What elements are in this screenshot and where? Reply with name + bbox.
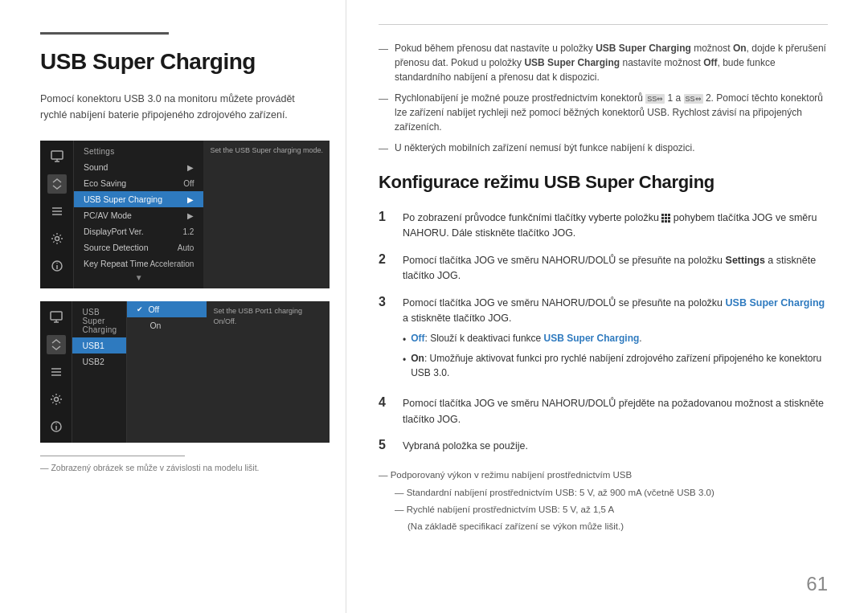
right-column: — Pokud během přenosu dat nastavíte u po… [346, 0, 868, 613]
perf-note-header: — Podporovaný výkon v režimu nabíjení pr… [379, 468, 828, 482]
mock-sub-item-off: ✔ Off [127, 301, 207, 317]
mock-icon-gear [47, 229, 67, 248]
step-2: 2 Pomocí tlačítka JOG ve směru NAHORU/DO… [379, 253, 828, 284]
svg-rect-10 [51, 312, 62, 320]
mock-menu-item-source: Source DetectionAuto [74, 239, 203, 255]
mock-sidebar-2 [40, 301, 72, 443]
mock-icon-arrows [47, 174, 67, 194]
mock-icon-bars-2 [47, 362, 66, 382]
step-1: 1 Po zobrazení průvodce funkčními tlačít… [379, 210, 828, 242]
mock-menu-2: USB Super Charging USB1 USB2 [72, 301, 126, 443]
mock-menu-item-sound: Sound▶ [74, 159, 203, 175]
mock-icon-monitor-2 [47, 308, 66, 327]
mock-menu-item-key: Key Repeat TimeAcceleration [74, 255, 203, 272]
mock-icon-info-2 [47, 417, 66, 436]
mock-side-label-2: Set the USB Port1 charging On/Off. [207, 301, 330, 443]
mock-icon-info [47, 256, 67, 276]
sub-bullet-on: • On: Umožňuje aktivovat funkci pro rych… [403, 351, 828, 380]
page-container: USB Super Charging Pomocí konektoru USB … [0, 0, 868, 613]
svg-point-16 [54, 398, 58, 402]
accent-line-left [40, 32, 169, 35]
intro-text: Pomocí konektoru USB 3.0 na monitoru můž… [40, 91, 321, 123]
accent-line-right [379, 24, 828, 25]
step-5: 5 Vybraná položka se použije. [379, 439, 828, 454]
monitor-mockup-1: Settings Sound▶ Eco SavingOff USB Super … [40, 141, 330, 288]
mock-menu-item-pcav: PC/AV Mode▶ [74, 207, 203, 223]
footnote-text: — Zobrazený obrázek se může v závislosti… [40, 463, 321, 472]
mock-sub-panel: ✔ Off On [126, 301, 207, 443]
sub-bullet-off: • Off: Slouží k deaktivaci funkce USB Su… [403, 331, 828, 347]
bullet-note-2: — Rychlonabíjení je možné pouze prostřed… [379, 91, 828, 134]
mock-sidebar-1 [40, 141, 74, 288]
bullet-note-1: — Pokud během přenosu dat nastavíte u po… [379, 41, 828, 84]
sub-bullets: • Off: Slouží k deaktivaci funkce USB Su… [403, 331, 828, 380]
mock-menu-item-ecosaving: Eco SavingOff [74, 175, 203, 191]
mock-icon-monitor [47, 147, 67, 166]
mock-menu-item-dp: DisplayPort Ver.1.2 [74, 223, 203, 239]
mock-scroll-indicator: ▼ [74, 272, 203, 284]
bullet-notes: — Pokud během přenosu dat nastavíte u po… [379, 41, 828, 156]
mock-icon-gear-2 [47, 390, 66, 409]
mock-menu-item-usb2: USB2 [72, 353, 126, 370]
step-3: 3 Pomocí tlačítka JOG ve směru NAHORU/DO… [379, 296, 828, 386]
svg-point-9 [56, 263, 57, 264]
perf-note-standard: — Standardní nabíjení prostřednictvím US… [379, 486, 828, 500]
bullet-note-3: — U některých mobilních zařízení nemusí … [379, 141, 828, 156]
svg-point-6 [55, 237, 59, 241]
mock-menu-item-usb1: USB1 [72, 337, 126, 353]
steps-list: 1 Po zobrazení průvodce funkčními tlačít… [379, 210, 828, 454]
mock-menu-header-2: USB Super Charging [72, 306, 126, 337]
mock-menu-header-1: Settings [74, 145, 203, 159]
page-number: 61 [806, 573, 828, 595]
svg-rect-0 [51, 151, 63, 159]
perf-note-disclaimer: (Na základě specifikací zařízení se výko… [379, 520, 828, 533]
mock-sub-item-on: On [127, 317, 207, 333]
monitor-mockup-2: USB Super Charging USB1 USB2 ✔ Off On [40, 301, 330, 443]
mock-menu-1: Settings Sound▶ Eco SavingOff USB Super … [74, 141, 203, 288]
left-divider [40, 456, 185, 456]
step-4: 4 Pomocí tlačítka JOG ve směru NAHORU/DO… [379, 396, 828, 427]
mock-menu-item-usb: USB Super Charging▶ [74, 191, 203, 207]
mock-icon-bars [47, 202, 67, 221]
mock-side-label-1: Set the USB Super charging mode. [203, 141, 330, 288]
section-title: Konfigurace režimu USB Super Charging [379, 172, 828, 193]
left-column: USB Super Charging Pomocí konektoru USB … [0, 0, 346, 613]
svg-point-19 [55, 423, 56, 424]
mock-icon-arrows-2 [47, 335, 66, 354]
perf-notes: — Podporovaný výkon v režimu nabíjení pr… [379, 468, 828, 533]
page-title: USB Super Charging [40, 49, 321, 75]
perf-note-fast: — Rychlé nabíjení prostřednictvím USB: 5… [379, 503, 828, 517]
